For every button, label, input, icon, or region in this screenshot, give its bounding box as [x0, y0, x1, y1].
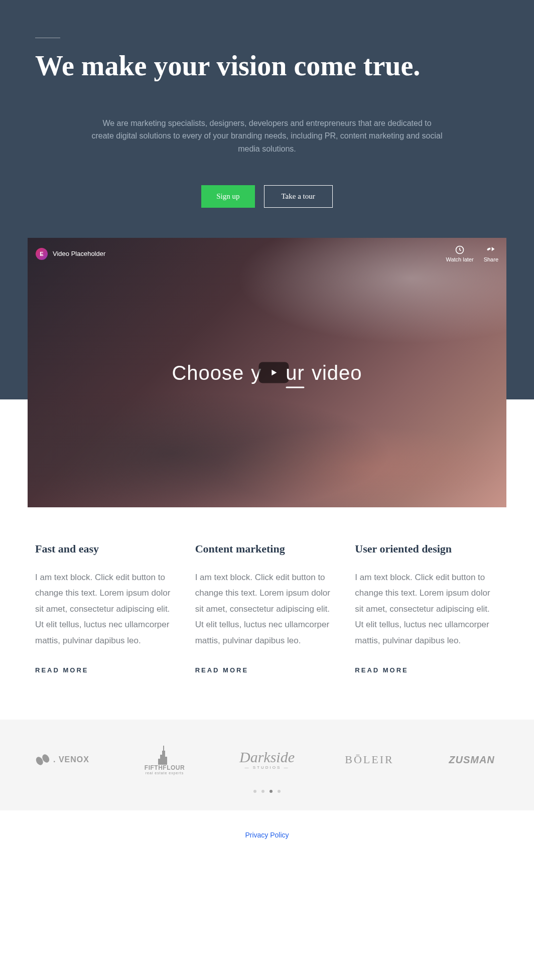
darkside-subtitle: — STUDIOS —	[244, 766, 289, 770]
logo-venox: . VENOX	[16, 742, 108, 777]
hero-title: We make your vision come true.	[35, 51, 499, 82]
svg-rect-3	[163, 746, 164, 751]
hero-section: We make your vision come true. We are ma…	[0, 0, 534, 507]
watch-later-label: Watch later	[446, 256, 473, 262]
video-actions: Watch later Share	[446, 245, 498, 262]
tour-button[interactable]: Take a tour	[264, 185, 333, 208]
decorative-line	[35, 38, 60, 38]
carousel-dot-3[interactable]	[270, 790, 273, 793]
feature-text: I am text block. Click edit button to ch…	[195, 570, 339, 648]
carousel-dot-1[interactable]	[253, 790, 256, 793]
fifthflour-text: FIFTHFLOUR	[145, 765, 185, 771]
client-logos-section: . VENOX FIFTHFLOUR real estate experts D…	[0, 720, 534, 810]
share-label: Share	[484, 256, 498, 262]
video-topbar: E Video Placeholder Watch later Share	[28, 238, 506, 269]
fifthflour-subtitle: real estate experts	[146, 771, 184, 775]
feature-2: Content marketing I am text block. Click…	[195, 542, 339, 674]
building-icon	[157, 745, 172, 765]
overlay-word-3: video	[312, 361, 362, 384]
read-more-link[interactable]: READ MORE	[35, 666, 88, 674]
darkside-text: Darkside	[239, 750, 295, 765]
share-button[interactable]: Share	[484, 245, 498, 262]
logos-carousel[interactable]: . VENOX FIFTHFLOUR real estate experts D…	[16, 742, 518, 777]
carousel-dots	[10, 790, 524, 793]
zusman-text: ZUSMAN	[449, 754, 495, 766]
svg-rect-6	[165, 757, 167, 765]
video-overlay-text: Choose y ur video	[172, 361, 362, 384]
logo-boleir: BŌLEIR	[323, 742, 416, 777]
video-title: Video Placeholder	[53, 250, 105, 257]
signup-button[interactable]: Sign up	[201, 185, 254, 208]
feature-text: I am text block. Click edit button to ch…	[35, 570, 179, 648]
read-more-link[interactable]: READ MORE	[195, 666, 248, 674]
feature-title: User oriented design	[355, 542, 499, 555]
feature-1: Fast and easy I am text block. Click edi…	[35, 542, 179, 674]
elementor-icon: E	[36, 248, 48, 260]
logo-fifthflour: FIFTHFLOUR real estate experts	[118, 742, 211, 777]
venox-icon	[35, 752, 50, 767]
play-icon	[269, 368, 279, 378]
feature-title: Fast and easy	[35, 542, 179, 555]
read-more-link[interactable]: READ MORE	[355, 666, 408, 674]
watch-later-button[interactable]: Watch later	[446, 245, 473, 262]
logo-darkside: Darkside — STUDIOS —	[221, 742, 313, 777]
share-icon	[486, 245, 496, 255]
svg-rect-4	[162, 751, 165, 765]
venox-text: . VENOX	[53, 755, 89, 764]
privacy-policy-link[interactable]: Privacy Policy	[245, 831, 289, 839]
feature-3: User oriented design I am text block. Cl…	[355, 542, 499, 674]
feature-text: I am text block. Click edit button to ch…	[355, 570, 499, 648]
overlay-word-1: Choose	[172, 361, 244, 384]
features-section: Fast and easy I am text block. Click edi…	[0, 507, 534, 720]
play-button[interactable]	[258, 362, 289, 383]
footer: Privacy Policy	[0, 810, 534, 860]
video-player[interactable]: E Video Placeholder Watch later Share Ch…	[28, 238, 506, 507]
feature-title: Content marketing	[195, 542, 339, 555]
hero-subtitle: We are marketing specialists, designers,…	[91, 117, 443, 156]
logo-zusman: ZUSMAN	[426, 742, 518, 777]
video-container: E Video Placeholder Watch later Share Ch…	[28, 238, 506, 507]
clock-icon	[455, 245, 465, 255]
boleir-text: BŌLEIR	[345, 753, 393, 766]
carousel-dot-2[interactable]	[261, 790, 264, 793]
video-brand: E Video Placeholder	[36, 245, 105, 262]
carousel-dot-4[interactable]	[278, 790, 281, 793]
hero-button-row: Sign up Take a tour	[35, 185, 499, 208]
svg-rect-5	[160, 755, 162, 765]
svg-rect-7	[158, 759, 160, 765]
